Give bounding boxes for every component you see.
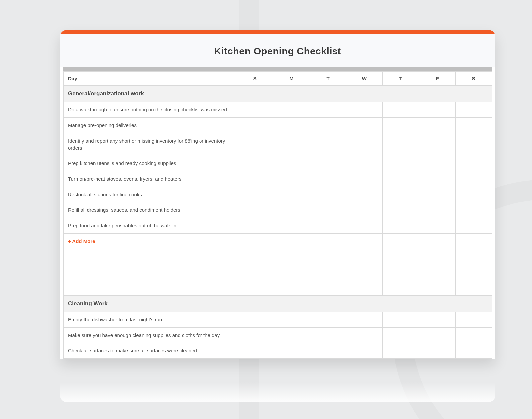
day-cell[interactable] — [383, 264, 419, 280]
day-cell[interactable] — [383, 233, 419, 249]
day-cell[interactable] — [273, 202, 310, 218]
day-cell[interactable] — [383, 202, 419, 218]
day-cell[interactable] — [310, 156, 346, 171]
day-cell[interactable] — [346, 343, 383, 359]
blank-task-cell[interactable] — [64, 249, 237, 264]
day-cell[interactable] — [273, 249, 310, 264]
day-cell[interactable] — [383, 117, 419, 133]
day-cell[interactable] — [310, 202, 346, 218]
day-cell[interactable] — [273, 233, 310, 249]
day-cell[interactable] — [456, 133, 492, 156]
day-cell[interactable] — [346, 187, 383, 202]
day-cell[interactable] — [310, 233, 346, 249]
day-cell[interactable] — [237, 280, 273, 296]
day-cell[interactable] — [237, 117, 273, 133]
day-cell[interactable] — [456, 327, 492, 343]
day-cell[interactable] — [383, 187, 419, 202]
add-more-button[interactable]: + Add More — [68, 238, 95, 244]
day-cell[interactable] — [237, 156, 273, 171]
day-cell[interactable] — [346, 280, 383, 296]
day-cell[interactable] — [383, 102, 419, 118]
day-cell[interactable] — [346, 312, 383, 327]
day-cell[interactable] — [456, 156, 492, 171]
day-cell[interactable] — [456, 102, 492, 118]
day-cell[interactable] — [419, 202, 456, 218]
day-cell[interactable] — [310, 187, 346, 202]
day-cell[interactable] — [273, 312, 310, 327]
day-cell[interactable] — [273, 264, 310, 280]
day-cell[interactable] — [237, 233, 273, 249]
day-cell[interactable] — [237, 171, 273, 187]
day-cell[interactable] — [383, 249, 419, 264]
day-cell[interactable] — [456, 202, 492, 218]
day-cell[interactable] — [456, 343, 492, 359]
day-cell[interactable] — [310, 327, 346, 343]
day-cell[interactable] — [383, 280, 419, 296]
day-cell[interactable] — [273, 156, 310, 171]
day-cell[interactable] — [273, 218, 310, 234]
day-cell[interactable] — [346, 233, 383, 249]
day-cell[interactable] — [310, 249, 346, 264]
day-cell[interactable] — [310, 312, 346, 327]
day-cell[interactable] — [456, 187, 492, 202]
blank-task-cell[interactable] — [64, 264, 237, 280]
day-cell[interactable] — [419, 264, 456, 280]
day-cell[interactable] — [383, 343, 419, 359]
day-cell[interactable] — [346, 102, 383, 118]
day-cell[interactable] — [383, 327, 419, 343]
day-cell[interactable] — [456, 218, 492, 234]
day-cell[interactable] — [310, 133, 346, 156]
day-cell[interactable] — [419, 233, 456, 249]
day-cell[interactable] — [419, 280, 456, 296]
day-cell[interactable] — [383, 156, 419, 171]
day-cell[interactable] — [346, 264, 383, 280]
day-cell[interactable] — [237, 218, 273, 234]
day-cell[interactable] — [273, 117, 310, 133]
day-cell[interactable] — [456, 171, 492, 187]
day-cell[interactable] — [310, 117, 346, 133]
day-cell[interactable] — [419, 327, 456, 343]
day-cell[interactable] — [273, 343, 310, 359]
day-cell[interactable] — [310, 343, 346, 359]
day-cell[interactable] — [310, 171, 346, 187]
day-cell[interactable] — [456, 233, 492, 249]
day-cell[interactable] — [383, 171, 419, 187]
day-cell[interactable] — [346, 202, 383, 218]
day-cell[interactable] — [346, 117, 383, 133]
day-cell[interactable] — [346, 156, 383, 171]
day-cell[interactable] — [456, 312, 492, 327]
day-cell[interactable] — [237, 343, 273, 359]
day-cell[interactable] — [273, 171, 310, 187]
day-cell[interactable] — [383, 133, 419, 156]
day-cell[interactable] — [237, 264, 273, 280]
day-cell[interactable] — [456, 280, 492, 296]
blank-task-cell[interactable] — [64, 280, 237, 296]
day-cell[interactable] — [419, 102, 456, 118]
day-cell[interactable] — [310, 280, 346, 296]
day-cell[interactable] — [346, 327, 383, 343]
day-cell[interactable] — [273, 280, 310, 296]
day-cell[interactable] — [419, 171, 456, 187]
day-cell[interactable] — [237, 312, 273, 327]
day-cell[interactable] — [237, 133, 273, 156]
day-cell[interactable] — [273, 327, 310, 343]
day-cell[interactable] — [346, 218, 383, 234]
day-cell[interactable] — [237, 102, 273, 118]
day-cell[interactable] — [273, 133, 310, 156]
day-cell[interactable] — [310, 264, 346, 280]
day-cell[interactable] — [310, 102, 346, 118]
day-cell[interactable] — [456, 249, 492, 264]
day-cell[interactable] — [346, 133, 383, 156]
day-cell[interactable] — [419, 187, 456, 202]
day-cell[interactable] — [383, 218, 419, 234]
day-cell[interactable] — [419, 312, 456, 327]
day-cell[interactable] — [237, 249, 273, 264]
day-cell[interactable] — [419, 133, 456, 156]
day-cell[interactable] — [419, 156, 456, 171]
day-cell[interactable] — [273, 102, 310, 118]
day-cell[interactable] — [273, 187, 310, 202]
day-cell[interactable] — [419, 249, 456, 264]
day-cell[interactable] — [346, 249, 383, 264]
day-cell[interactable] — [237, 327, 273, 343]
day-cell[interactable] — [456, 117, 492, 133]
